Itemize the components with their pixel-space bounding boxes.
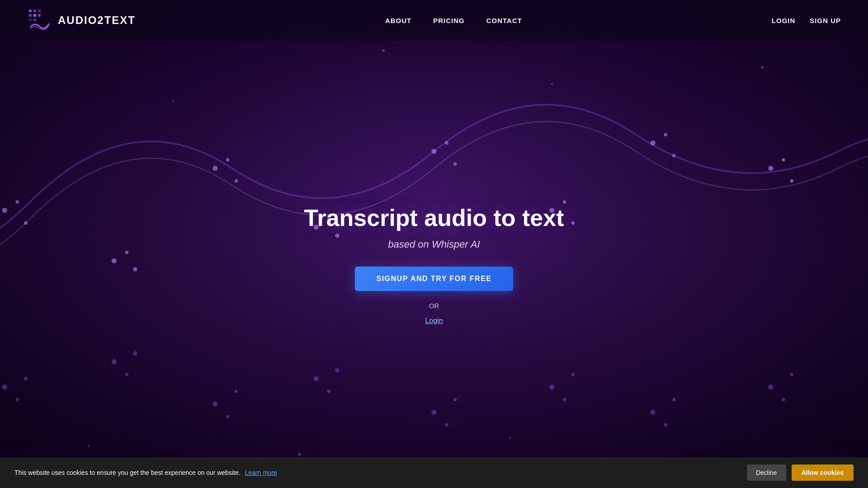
svg-point-69 [314, 376, 319, 381]
svg-point-35 [571, 221, 575, 225]
svg-point-31 [445, 141, 448, 145]
nav-contact[interactable]: CONTACT [486, 17, 522, 24]
signup-cta-button[interactable]: SIGNUP AND TRY FOR FREE [355, 267, 514, 291]
svg-point-65 [133, 351, 137, 355]
svg-point-19 [16, 200, 19, 203]
hero-section: Transcript audio to text based on Whispe… [0, 0, 868, 488]
svg-point-80 [672, 398, 675, 401]
svg-point-104 [298, 453, 301, 456]
svg-point-64 [125, 373, 128, 376]
svg-rect-6 [29, 19, 32, 21]
hero-title: Transcript audio to text [304, 204, 564, 231]
svg-rect-0 [29, 9, 32, 12]
svg-point-37 [664, 133, 667, 136]
svg-rect-4 [33, 14, 36, 17]
svg-point-26 [235, 179, 238, 183]
svg-point-79 [664, 423, 667, 427]
hero-content: Transcript audio to text based on Whispe… [304, 204, 564, 325]
svg-point-21 [112, 258, 117, 263]
svg-rect-3 [29, 14, 32, 17]
svg-point-38 [672, 154, 675, 157]
cookie-banner: This website uses cookies to ensure you … [0, 457, 868, 488]
svg-point-61 [16, 398, 19, 401]
svg-point-105 [509, 436, 511, 438]
svg-point-78 [651, 410, 656, 415]
navbar: AUDIO2TEXT ABOUT PRICING CONTACT LOGIN S… [0, 0, 868, 41]
svg-point-60 [2, 385, 7, 389]
cookie-actions: Decline Allow cookies [747, 465, 854, 481]
svg-point-99 [761, 66, 764, 69]
svg-point-23 [133, 267, 137, 271]
svg-point-81 [768, 385, 773, 389]
svg-point-75 [549, 385, 554, 389]
cookie-message: This website uses cookies to ensure you … [14, 469, 747, 476]
hero-subtitle: based on Whisper AI [388, 239, 480, 250]
hero-login-link[interactable]: Login [425, 317, 443, 325]
cookie-message-text: This website uses cookies to ensure you … [14, 469, 241, 476]
cookie-learn-more[interactable]: Learn more [245, 469, 278, 476]
svg-point-24 [212, 166, 217, 171]
svg-point-76 [563, 398, 566, 401]
svg-point-83 [790, 373, 793, 376]
nav-login[interactable]: LOGIN [772, 17, 796, 24]
svg-point-74 [453, 398, 457, 401]
cookie-decline-button[interactable]: Decline [747, 465, 786, 481]
svg-point-32 [453, 162, 457, 165]
svg-point-36 [651, 141, 656, 145]
nav-links: ABOUT PRICING CONTACT [385, 17, 522, 24]
svg-point-82 [782, 398, 785, 401]
nav-auth: LOGIN SIGN UP [772, 17, 841, 24]
logo-text: AUDIO2TEXT [58, 14, 136, 27]
svg-point-68 [235, 389, 238, 393]
svg-point-34 [563, 200, 566, 203]
svg-rect-1 [33, 9, 36, 12]
svg-point-63 [112, 359, 117, 364]
nav-signup[interactable]: SIGN UP [810, 17, 841, 24]
svg-point-30 [431, 149, 436, 154]
svg-point-22 [125, 251, 128, 254]
logo-link[interactable]: AUDIO2TEXT [27, 8, 136, 33]
svg-point-72 [431, 410, 436, 415]
svg-point-20 [24, 221, 27, 225]
svg-point-73 [445, 423, 448, 427]
svg-point-62 [24, 377, 27, 380]
svg-point-97 [382, 49, 385, 52]
svg-point-66 [212, 401, 217, 406]
or-divider: OR [429, 302, 439, 310]
svg-point-18 [2, 208, 7, 213]
svg-rect-2 [38, 9, 41, 12]
svg-point-77 [571, 373, 575, 376]
svg-rect-5 [38, 14, 41, 17]
nav-pricing[interactable]: PRICING [433, 17, 465, 24]
svg-point-39 [768, 166, 773, 171]
svg-point-71 [335, 368, 339, 372]
svg-point-41 [790, 179, 793, 183]
svg-point-25 [226, 158, 229, 161]
svg-point-103 [88, 445, 90, 447]
svg-point-67 [226, 415, 229, 418]
svg-point-70 [327, 389, 330, 393]
svg-point-40 [782, 158, 785, 161]
cookie-allow-button[interactable]: Allow cookies [792, 465, 854, 481]
svg-point-98 [551, 83, 553, 85]
nav-about[interactable]: ABOUT [385, 17, 411, 24]
svg-point-96 [172, 100, 174, 102]
svg-rect-7 [33, 19, 36, 21]
